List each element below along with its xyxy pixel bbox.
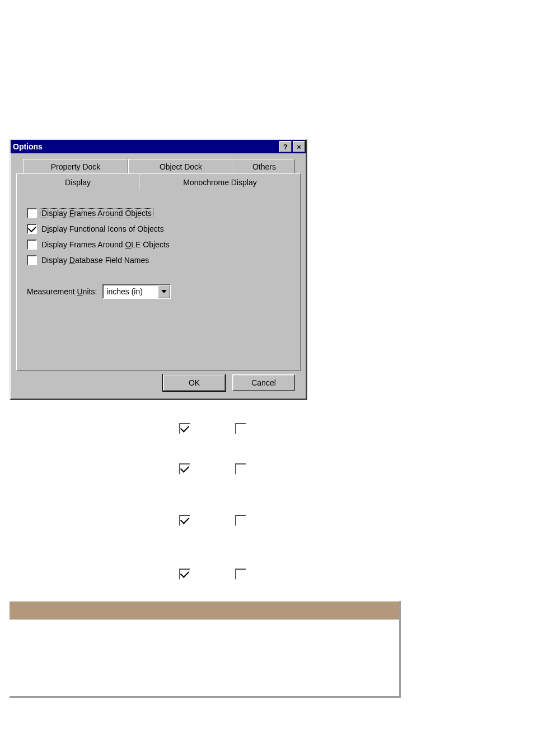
tab-strip: Property Dock Object Dock Others Display… [16,159,301,190]
options-dialog: Options ? × Property Dock Object Dock Ot… [10,139,307,400]
dialog-title: Options [13,142,278,151]
checkbox[interactable] [235,515,246,526]
tab-object-dock[interactable]: Object Dock [128,159,233,173]
measurement-units-value: inches (in) [103,285,158,298]
checkbox-label[interactable]: Display Frames Around Objects [40,208,153,218]
checkbox-row: Display Database Field Names [27,255,290,265]
checkbox-label[interactable]: Display Functional Icons of Objects [41,224,164,233]
checkbox-row: Display Frames Around OLE Objects [27,240,290,250]
tab-property-dock[interactable]: Property Dock [23,159,128,173]
measurement-units-row: Measurement Units: inches (in) [27,284,290,299]
checkbox-row: Display Functional Icons of Objects [27,224,290,234]
checkbox[interactable] [235,423,246,434]
tab-monochrome-display[interactable]: Monochrome Display [139,173,301,190]
dialog-buttons: OK Cancel [16,371,301,391]
checkbox[interactable] [235,569,246,580]
cancel-button[interactable]: Cancel [232,374,295,391]
tab-others[interactable]: Others [233,159,295,173]
bottom-panel [10,601,401,698]
checkbox[interactable] [179,423,190,434]
checkbox[interactable] [179,463,190,475]
checkbox-label[interactable]: Display Frames Around OLE Objects [41,240,170,249]
checkbox[interactable] [27,255,37,265]
bottom-panel-header [10,601,399,619]
checkbox[interactable] [235,463,246,475]
chevron-down-icon[interactable] [158,285,170,298]
checkbox[interactable] [27,240,37,250]
checkbox-label[interactable]: Display Database Field Names [41,256,149,265]
tab-page-display: Display Frames Around ObjectsDisplay Fun… [16,190,301,371]
titlebar: Options ? × [11,140,306,153]
checkbox[interactable] [179,515,190,526]
checkbox-row: Display Frames Around Objects [27,208,290,218]
help-icon[interactable]: ? [279,141,292,152]
ok-button[interactable]: OK [163,374,226,391]
measurement-units-label: Measurement Units: [27,287,97,296]
close-icon[interactable]: × [293,141,305,152]
checkbox[interactable] [27,208,37,218]
measurement-units-dropdown[interactable]: inches (in) [102,284,171,299]
checkbox[interactable] [27,224,37,234]
tab-display[interactable]: Display [16,173,139,190]
checkbox[interactable] [179,569,190,580]
